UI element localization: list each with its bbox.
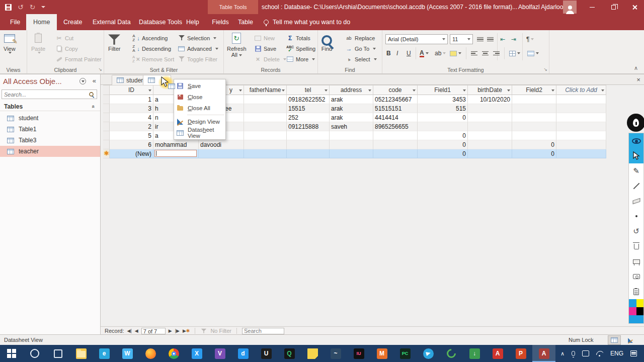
cell-birthDate[interactable] (468, 140, 512, 149)
save-icon[interactable] (5, 4, 12, 11)
ring-app-taskbar-button[interactable] (440, 345, 463, 362)
idm-taskbar-button[interactable]: ↓ (463, 345, 486, 362)
cell-field1[interactable]: 0 (418, 140, 468, 149)
cell-field2[interactable] (512, 113, 556, 122)
column-header-address[interactable]: address (330, 85, 373, 95)
column-dropdown-icon[interactable] (507, 89, 510, 92)
chrome-taskbar-button[interactable] (162, 345, 185, 362)
cell-address[interactable]: arak (330, 95, 373, 104)
cell-add[interactable] (556, 140, 606, 149)
cell-field1[interactable]: 3453 (418, 95, 468, 104)
column-header-code[interactable]: code (373, 85, 418, 95)
cell-birthDate[interactable] (468, 131, 512, 140)
color-swatch[interactable] (629, 299, 636, 307)
font-name-combo[interactable]: Arial (Detail) (385, 34, 448, 44)
cell-field2[interactable]: 0 (512, 140, 556, 149)
column-dropdown-icon[interactable] (148, 89, 151, 92)
font-color-button[interactable]: A (420, 48, 429, 58)
cell-field1[interactable]: 515 (418, 104, 468, 113)
more-button[interactable]: More (286, 54, 315, 64)
color-swatch[interactable] (629, 307, 636, 315)
tray-tray-expand-icon[interactable] (560, 350, 565, 357)
row-selector[interactable] (103, 149, 110, 158)
cell-field1[interactable]: 0 (418, 113, 468, 122)
nav-search-box[interactable] (2, 89, 97, 99)
column-header-fatherName[interactable]: fatherName (244, 85, 287, 95)
edge-browser-taskbar-button[interactable]: e (93, 345, 116, 362)
unity-taskbar-button[interactable]: U (255, 345, 278, 362)
tab-help[interactable]: Help (179, 14, 206, 30)
size-dot-tool[interactable] (629, 209, 643, 224)
menu-item-save[interactable]: Save (174, 80, 225, 92)
blue-d-app-taskbar-button[interactable]: d (231, 345, 255, 362)
visual-studio-taskbar-button[interactable]: V (208, 345, 231, 362)
cell-address[interactable] (330, 131, 373, 140)
align-right-button[interactable] (493, 48, 500, 58)
whiteboard-tool[interactable] (629, 254, 643, 269)
tab-external-data[interactable]: External Data (86, 14, 138, 30)
cell-code[interactable] (373, 140, 418, 149)
italic-button[interactable]: I (396, 48, 398, 58)
cell-fatherName[interactable] (244, 95, 287, 104)
spelling-button[interactable]: ABC✓Spelling (286, 43, 315, 54)
close-button[interactable] (624, 0, 644, 14)
file-explorer-taskbar-button[interactable] (69, 345, 93, 362)
nav-table-student[interactable]: student (0, 113, 100, 124)
tab-file[interactable]: File (3, 14, 27, 30)
matlab-taskbar-button[interactable]: M (370, 345, 393, 362)
minimize-button[interactable] (582, 0, 603, 14)
column-dropdown-icon[interactable] (601, 89, 604, 92)
record-search-input[interactable] (242, 328, 284, 334)
ascending-button[interactable]: AZ↓Ascending (132, 33, 168, 43)
tray-ime-indicator-icon[interactable] (582, 350, 589, 356)
alternate-row-color-button[interactable] (527, 48, 539, 58)
cell-id[interactable]: 1 (110, 95, 153, 104)
last-record-icon[interactable]: |▶ (175, 328, 180, 333)
redo-icon[interactable] (30, 3, 36, 12)
replace-button[interactable]: abReplace (345, 33, 375, 43)
menu-item-close[interactable]: Close (174, 92, 225, 103)
cell-add[interactable] (556, 104, 606, 113)
new-record-button[interactable]: New (254, 33, 275, 43)
datasheet-view-button[interactable] (608, 335, 621, 345)
cell-code[interactable]: 4414414 (373, 113, 418, 122)
cell-id[interactable]: 4 (110, 113, 153, 122)
cell-add[interactable] (556, 131, 606, 140)
cell-fatherName[interactable] (244, 104, 287, 113)
recorder-app-taskbar-button[interactable]: Q (278, 345, 301, 362)
cell-field2[interactable]: 0 (512, 149, 556, 158)
previous-record-icon[interactable]: ◀ (135, 328, 138, 333)
cell-family[interactable]: davoodi (199, 140, 244, 149)
eraser-tool[interactable] (629, 194, 643, 209)
eye-tool[interactable] (629, 133, 643, 148)
camera-tool[interactable] (629, 269, 643, 284)
text-direction-icon[interactable]: ¶ (526, 34, 534, 44)
cell-address[interactable] (330, 149, 373, 158)
cell-field2[interactable] (512, 122, 556, 131)
account-name[interactable]: Abolfazl Ajdarloo (518, 0, 563, 14)
underline-button[interactable]: U (407, 48, 411, 58)
office-app-taskbar-button[interactable]: P (509, 345, 532, 362)
no-filter-label[interactable]: No Filter (210, 328, 231, 334)
menu-item-design-view[interactable]: Design View (174, 116, 225, 127)
select-all-corner[interactable] (103, 85, 110, 95)
selection-button[interactable]: Selection (178, 33, 216, 43)
cell-fatherName[interactable] (244, 149, 287, 158)
task-view-button-taskbar-button[interactable] (46, 345, 69, 362)
view-button[interactable]: View (4, 32, 16, 54)
cut-button[interactable]: Cut (55, 33, 73, 43)
menu-item-datasheet-view[interactable]: Datasheet View (174, 127, 225, 138)
shutter-bar-close-icon[interactable]: « (93, 77, 96, 84)
cell-add[interactable] (556, 149, 606, 158)
cell-id[interactable]: 2 (110, 122, 153, 131)
cell-field2[interactable] (512, 131, 556, 140)
tables-section-header[interactable]: Tables« (0, 102, 100, 111)
intellij-idea-taskbar-button[interactable]: IU (347, 345, 370, 362)
record-position[interactable]: 7 of 7 (141, 328, 166, 334)
cell-add[interactable] (556, 95, 606, 104)
column-dropdown-icon[interactable] (368, 89, 371, 92)
menu-item-close-all[interactable]: Close All (174, 103, 225, 114)
go-to-button[interactable]: Go To (345, 43, 376, 54)
cell-id[interactable]: 6 (110, 140, 153, 149)
pycharm-taskbar-button[interactable]: PC (393, 345, 417, 362)
